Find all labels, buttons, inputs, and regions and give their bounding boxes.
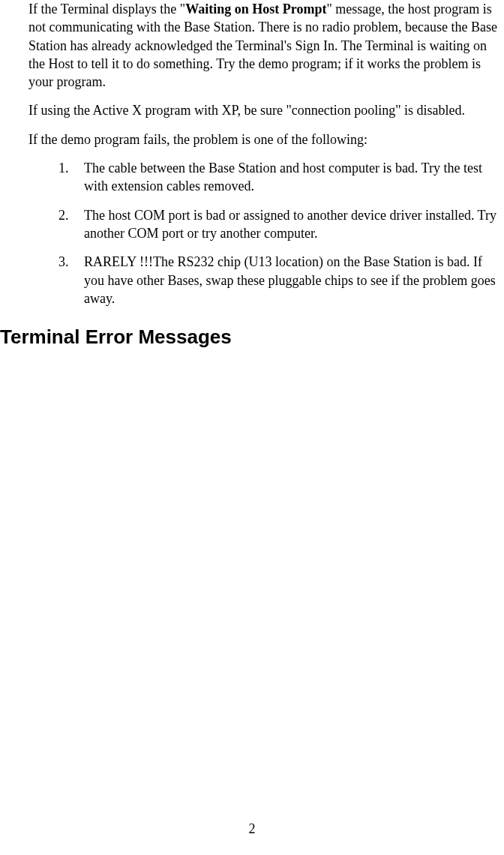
paragraph-2: If using the Active X program with XP, b… xyxy=(28,101,504,119)
list-item: 1. The cable between the Base Station an… xyxy=(58,159,502,196)
paragraph-3: If the demo program fails, the problem i… xyxy=(28,130,504,148)
list-item: 2. The host COM port is bad or assigned … xyxy=(58,206,502,243)
page-number: 2 xyxy=(0,821,504,837)
document-body: If the Terminal displays the "Waiting on… xyxy=(28,0,504,349)
list-number: 1. xyxy=(58,159,84,196)
list-number: 2. xyxy=(58,206,84,243)
list-text: The host COM port is bad or assigned to … xyxy=(84,206,502,243)
para1-pre: If the Terminal displays the " xyxy=(28,2,185,16)
section-heading: Terminal Error Messages xyxy=(0,326,504,349)
ordered-list: 1. The cable between the Base Station an… xyxy=(28,159,504,308)
list-text: The cable between the Base Station and h… xyxy=(84,159,502,196)
paragraph-1: If the Terminal displays the "Waiting on… xyxy=(28,0,504,91)
list-text: RARELY !!!The RS232 chip (U13 location) … xyxy=(84,253,502,308)
para1-bold: Waiting on Host Prompt xyxy=(185,2,326,16)
list-item: 3. RARELY !!!The RS232 chip (U13 locatio… xyxy=(58,253,502,308)
list-number: 3. xyxy=(58,253,84,308)
